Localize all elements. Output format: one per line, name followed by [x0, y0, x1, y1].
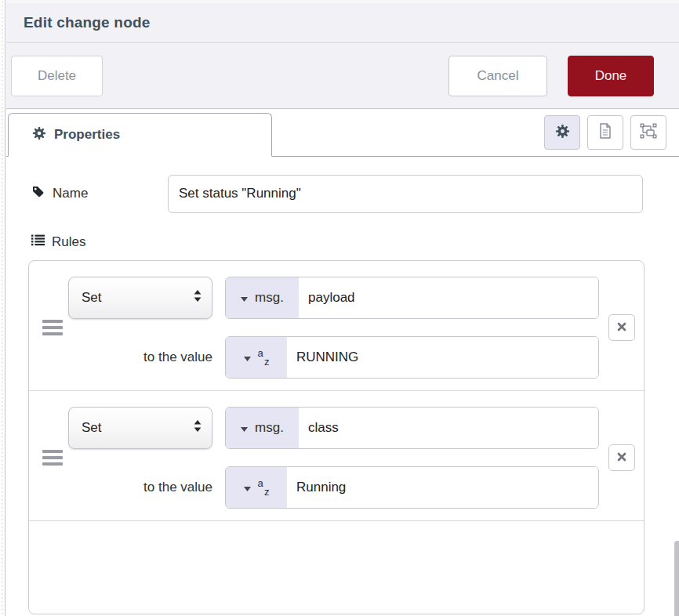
tab-icon-buttons	[544, 115, 666, 150]
to-the-value-label: to the value	[143, 480, 225, 495]
value-typed-input: az	[225, 336, 599, 379]
value-input[interactable]	[287, 337, 598, 378]
property-type-button[interactable]: msg.	[226, 408, 299, 448]
rule-row-1: Set msg.	[29, 261, 644, 390]
object-group-icon	[640, 123, 657, 142]
delete-rule-button[interactable]	[608, 314, 635, 341]
value-typed-input: az	[225, 466, 599, 509]
cancel-button[interactable]: Cancel	[448, 56, 547, 96]
drag-handle[interactable]	[39, 444, 66, 472]
tab-bar: Properties	[6, 109, 679, 157]
list-icon	[31, 234, 45, 250]
select-arrows-icon	[194, 420, 202, 436]
property-typed-input: msg.	[225, 407, 599, 449]
caret-down-icon	[244, 350, 251, 364]
appearance-tab-button[interactable]	[630, 115, 666, 150]
select-arrows-icon	[194, 290, 202, 306]
name-label: Name	[31, 185, 168, 202]
name-row: Name	[31, 174, 643, 213]
name-input[interactable]	[168, 175, 643, 213]
tab-properties-label: Properties	[54, 127, 120, 143]
value-input[interactable]	[287, 467, 598, 508]
workspace-grid-edge	[0, 0, 5, 616]
gear-icon	[32, 126, 46, 143]
dialog-title: Edit change node	[24, 14, 151, 31]
scrollbar-thumb[interactable]	[674, 541, 679, 616]
rule-row-2: Set msg.	[29, 390, 644, 520]
property-input[interactable]	[299, 277, 598, 318]
property-typed-input: msg.	[225, 277, 599, 319]
value-type-button[interactable]: az	[226, 337, 287, 378]
rules-container: Set msg.	[28, 260, 645, 614]
delete-button[interactable]: Delete	[11, 56, 103, 96]
properties-form: Name Rules	[6, 157, 679, 616]
string-type-icon: az	[258, 477, 270, 498]
property-input[interactable]	[299, 408, 598, 448]
rule-action-select[interactable]: Set	[68, 277, 212, 319]
caret-down-icon	[244, 480, 251, 495]
edit-dialog: Edit change node Delete Cancel Done	[0, 0, 679, 616]
drag-handle[interactable]	[39, 313, 66, 342]
property-type-button[interactable]: msg.	[226, 277, 299, 318]
rule-separator	[29, 520, 644, 521]
tab-properties[interactable]: Properties	[8, 113, 272, 157]
caret-down-icon	[241, 291, 248, 305]
tag-icon	[31, 185, 45, 202]
rules-section-label: Rules	[31, 234, 643, 250]
tray-header: Edit change node	[6, 0, 679, 43]
x-icon	[617, 321, 626, 335]
edit-tray: Edit change node Delete Cancel Done	[6, 0, 679, 616]
rule-action-select[interactable]: Set	[68, 407, 212, 449]
x-icon	[617, 451, 626, 465]
tray-toolbar: Delete Cancel Done	[6, 43, 679, 109]
gear-icon	[555, 124, 570, 142]
document-icon	[597, 122, 613, 143]
string-type-icon: az	[258, 347, 270, 368]
description-tab-button[interactable]	[587, 115, 623, 150]
value-type-button[interactable]: az	[226, 467, 287, 508]
to-the-value-label: to the value	[143, 350, 225, 365]
done-button[interactable]: Done	[568, 56, 654, 96]
delete-rule-button[interactable]	[608, 444, 635, 471]
properties-gear-button[interactable]	[544, 115, 580, 150]
caret-down-icon	[241, 421, 248, 435]
